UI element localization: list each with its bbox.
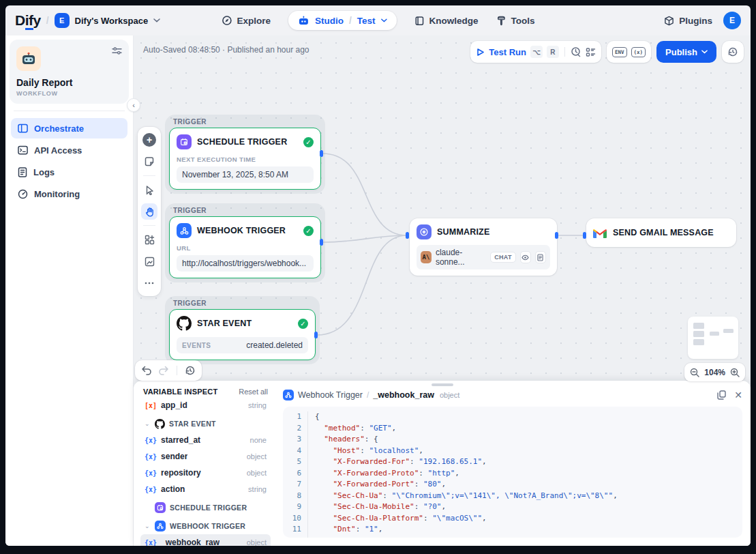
- line-number: 5: [283, 456, 307, 468]
- breadcrumb-node-name[interactable]: Webhook Trigger: [298, 390, 363, 400]
- copy-icon[interactable]: [717, 390, 726, 400]
- zoom-level[interactable]: 104%: [704, 368, 725, 377]
- hand-tool-button[interactable]: [141, 203, 157, 220]
- sidebar-item-orchestrate[interactable]: Orchestrate: [11, 118, 127, 138]
- undo-icon[interactable]: [141, 366, 152, 375]
- explore-label: Explore: [237, 16, 271, 26]
- dify-logo[interactable]: Dify: [15, 12, 41, 29]
- variable-row-app_id[interactable]: [x]app_idstring: [140, 397, 271, 413]
- trigger-group-schedule: TRIGGER SCHEDULE TRIGGER ✓ NEXT EXECUTIO…: [165, 115, 325, 194]
- code-line: 7 "X-Forwarded-Port": "80",: [283, 479, 742, 491]
- sidebar-item-api-access[interactable]: API Access: [11, 140, 127, 160]
- json-code-viewer[interactable]: 1{2 "method": "GET",3 "headers": {4 "Hos…: [283, 407, 742, 538]
- nav-explore[interactable]: Explore: [221, 15, 271, 26]
- export-image-button[interactable]: [141, 253, 157, 269]
- variable-icon: {x}: [145, 453, 157, 461]
- schedule-trigger-icon: [177, 134, 192, 149]
- zoom-out-icon[interactable]: [690, 368, 699, 377]
- code-line: 5 "X-Forwarded-For": "192.168.65.1",: [283, 456, 742, 468]
- add-note-button[interactable]: [141, 154, 157, 170]
- group-label: TRIGGER: [169, 115, 321, 128]
- nav-plugins[interactable]: Plugins: [664, 16, 712, 26]
- app-settings-icon[interactable]: [112, 46, 122, 55]
- trigger-group-star: TRIGGER STAR EVENT ✓ EVENTS created.dele…: [165, 296, 320, 364]
- line-number: 7: [283, 479, 307, 491]
- input-handle-summarize[interactable]: [406, 232, 409, 239]
- sidebar-item-monitoring[interactable]: Monitoring: [11, 184, 127, 204]
- node-star-event[interactable]: STAR EVENT ✓ EVENTS created.deleted: [169, 309, 316, 360]
- change-history-icon[interactable]: [185, 365, 196, 376]
- code-column: Webhook Trigger / _webhook_raw object ✕ …: [276, 381, 751, 546]
- env-button[interactable]: ENV: [612, 47, 627, 57]
- sidebar-item-label: Logs: [33, 167, 55, 177]
- line-content: "X-Forwarded-Port": "80",: [307, 479, 446, 491]
- variable-row-action[interactable]: {x}actionstring: [140, 481, 271, 497]
- test-run-button[interactable]: Test Run: [489, 47, 526, 57]
- node-summarize[interactable]: SUMMARIZE A\ claude-sonne... CHAT: [410, 218, 557, 276]
- node-send-gmail[interactable]: SEND GMAIL MESSAGE: [586, 218, 736, 247]
- code-line: 6 "X-Forwarded-Proto": "http",: [283, 468, 742, 480]
- output-handle-webhook[interactable]: [320, 239, 323, 246]
- workflow-canvas[interactable]: Auto-Saved 08:48:50 · Published an hour …: [134, 35, 751, 546]
- publish-button[interactable]: Publish: [656, 41, 716, 63]
- field-label: URL: [177, 244, 314, 252]
- line-number: 10: [283, 513, 307, 525]
- section-label: SCHEDULE TRIGGER: [170, 504, 247, 512]
- studio-label[interactable]: Studio: [315, 16, 344, 26]
- output-handle-star[interactable]: [314, 332, 318, 338]
- chevron-down-icon[interactable]: ⌄: [145, 420, 151, 427]
- output-handle-summarize[interactable]: [555, 232, 558, 239]
- input-handle-gmail[interactable]: [583, 232, 586, 239]
- app-variable-icon: [x]: [145, 402, 157, 409]
- code-line: 10 "Sec-Ch-Ua-Platform": "\"macOS\"",: [283, 513, 742, 525]
- version-history-button[interactable]: [722, 41, 744, 63]
- variable-row-repository[interactable]: {x}repositoryobject: [140, 465, 271, 481]
- line-content: "method": "GET",: [307, 423, 396, 435]
- redo-icon[interactable]: [158, 366, 169, 375]
- organize-blocks-button[interactable]: [141, 231, 157, 248]
- app-tab-label[interactable]: Test: [357, 16, 376, 26]
- variable-section-schedule-trigger[interactable]: ⌄SCHEDULE TRIGGER: [140, 499, 271, 516]
- variable-section-webhook-trigger[interactable]: ⌄WEBHOOK TRIGGER: [140, 518, 271, 534]
- node-webhook-trigger[interactable]: WEBHOOK TRIGGER ✓ URL http://localhost/t…: [169, 216, 321, 278]
- user-avatar[interactable]: E: [723, 12, 741, 29]
- webhook-icon: [283, 390, 294, 400]
- line-number: 11: [283, 524, 307, 536]
- sidebar-collapse-button[interactable]: ‹: [127, 98, 140, 112]
- zoom-in-icon[interactable]: [730, 368, 740, 377]
- pointer-tool-button[interactable]: [141, 181, 157, 198]
- add-node-button[interactable]: +: [141, 132, 157, 148]
- node-schedule-trigger[interactable]: SCHEDULE TRIGGER ✓ NEXT EXECUTION TIME N…: [169, 128, 321, 190]
- variable-name: action: [161, 484, 185, 494]
- panel-drag-handle[interactable]: [432, 383, 453, 386]
- close-icon[interactable]: ✕: [734, 390, 742, 400]
- shortcut-alt-key: ⌥: [530, 46, 543, 58]
- chevron-down-icon[interactable]: [381, 18, 387, 23]
- output-handle-schedule[interactable]: [320, 150, 323, 157]
- nav-knowledge[interactable]: Knowledge: [414, 16, 479, 26]
- play-icon[interactable]: [476, 48, 485, 57]
- run-history-icon[interactable]: [571, 46, 581, 57]
- more-tools-button[interactable]: [141, 275, 157, 291]
- github-icon: [177, 316, 192, 331]
- minimap[interactable]: [688, 317, 738, 359]
- reset-all-button[interactable]: Reset all: [239, 388, 268, 396]
- studio-pill[interactable]: Studio / Test: [288, 11, 397, 30]
- nav-tools[interactable]: Tools: [496, 16, 535, 26]
- checklist-icon[interactable]: [586, 47, 596, 57]
- plugins-label: Plugins: [679, 16, 712, 26]
- variable-row-_webhook_raw[interactable]: {x}_webhook_rawobject: [140, 534, 271, 546]
- variable-row-starred_at[interactable]: {x}starred_atnone: [140, 432, 271, 448]
- line-content: "Sec-Ch-Ua-Mobile": "?0",: [307, 501, 446, 513]
- topbar-left: Dify / E Dify's Workspace: [15, 12, 160, 29]
- variable-type: none: [250, 436, 267, 444]
- chevron-down-icon[interactable]: ⌄: [145, 523, 151, 529]
- sidebar-item-logs[interactable]: Logs: [11, 162, 127, 182]
- variable-row-sender[interactable]: {x}senderobject: [140, 448, 271, 465]
- variables-button[interactable]: (x): [631, 47, 646, 57]
- chevron-down-icon[interactable]: [153, 18, 160, 23]
- app-type-label: WORKFLOW: [16, 90, 122, 97]
- variable-section-star-event[interactable]: ⌄STAR EVENT: [140, 416, 271, 432]
- workspace-name[interactable]: Dify's Workspace: [75, 16, 149, 26]
- line-number: 1: [283, 411, 307, 423]
